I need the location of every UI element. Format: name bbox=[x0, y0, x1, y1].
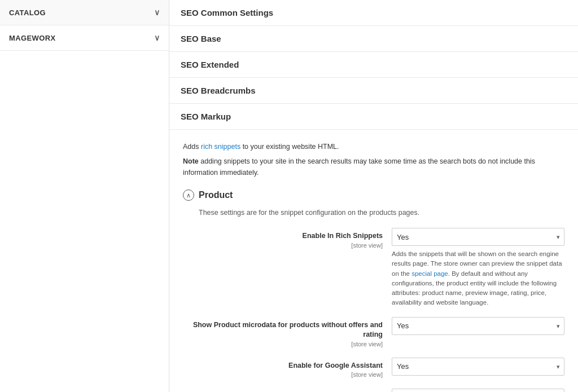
field-show-product-microdata: Show Product microdata for products with… bbox=[183, 317, 564, 349]
field-enable-rich-snippets-control: Yes No ▾ Adds the snippets that will be … bbox=[392, 228, 564, 308]
markup-intro: Adds rich snippets to your existing webs… bbox=[183, 141, 564, 152]
chevron-down-icon: ∨ bbox=[154, 33, 160, 42]
enable-google-assistant-select[interactable]: Yes No bbox=[392, 358, 564, 376]
markup-note: Note adding snippets to your site in the… bbox=[183, 156, 564, 178]
section-seo-common[interactable]: SEO Common Settings bbox=[169, 0, 578, 26]
show-product-microdata-select[interactable]: Yes No bbox=[392, 317, 564, 335]
section-seo-extended[interactable]: SEO Extended bbox=[169, 52, 578, 78]
field-enable-google-assistant: Enable for Google Assistant [store view]… bbox=[183, 358, 564, 380]
collapse-icon[interactable]: ∧ bbox=[183, 190, 194, 201]
section-seo-markup-label: SEO Markup bbox=[181, 112, 231, 121]
field-enable-rich-snippets-label: Enable In Rich Snippets [store view] bbox=[183, 228, 392, 250]
enable-rich-snippets-select-wrapper: Yes No ▾ bbox=[392, 228, 564, 246]
main-content: SEO Common Settings SEO Base SEO Extende… bbox=[169, 0, 578, 392]
sidebar-item-mageworx[interactable]: MAGEWORX ∨ bbox=[0, 25, 169, 51]
enable-rich-snippets-select[interactable]: Yes No bbox=[392, 228, 564, 246]
field-css-selectors-control: You can specify a few values separated b… bbox=[392, 389, 564, 392]
enable-rich-snippets-note: Adds the snippets that will be shown on … bbox=[392, 249, 564, 308]
sidebar: CATALOG ∨ MAGEWORX ∨ bbox=[0, 0, 169, 392]
field-enable-google-assistant-label: Enable for Google Assistant [store view] bbox=[183, 358, 392, 380]
sidebar-item-mageworx-label: MAGEWORX bbox=[9, 34, 56, 42]
show-product-microdata-select-wrapper: Yes No ▾ bbox=[392, 317, 564, 335]
field-show-product-microdata-control: Yes No ▾ bbox=[392, 317, 564, 335]
sidebar-item-catalog[interactable]: CATALOG ∨ bbox=[0, 0, 169, 25]
sidebar-item-catalog-label: CATALOG bbox=[9, 8, 46, 17]
product-section-title: Product bbox=[199, 190, 233, 200]
section-seo-extended-label: SEO Extended bbox=[181, 60, 239, 69]
special-page-link[interactable]: special page bbox=[411, 270, 448, 277]
field-css-selectors-label: CSS Selectors [store view] bbox=[183, 389, 392, 392]
section-seo-base-label: SEO Base bbox=[181, 34, 221, 43]
product-section-description: These settings are for the snippet confi… bbox=[199, 209, 564, 217]
section-seo-markup[interactable]: SEO Markup bbox=[169, 104, 578, 130]
section-seo-common-label: SEO Common Settings bbox=[181, 8, 273, 17]
section-seo-base[interactable]: SEO Base bbox=[169, 26, 578, 52]
chevron-down-icon: ∨ bbox=[154, 8, 160, 17]
enable-google-assistant-select-wrapper: Yes No ▾ bbox=[392, 358, 564, 376]
rich-snippets-link[interactable]: rich snippets bbox=[201, 143, 240, 151]
section-seo-breadcrumbs[interactable]: SEO Breadcrumbs bbox=[169, 78, 578, 104]
field-enable-google-assistant-control: Yes No ▾ bbox=[392, 358, 564, 376]
seo-markup-content: Adds rich snippets to your existing webs… bbox=[169, 130, 578, 392]
field-show-product-microdata-label: Show Product microdata for products with… bbox=[183, 317, 392, 349]
section-seo-breadcrumbs-label: SEO Breadcrumbs bbox=[181, 86, 256, 95]
field-enable-rich-snippets: Enable In Rich Snippets [store view] Yes… bbox=[183, 228, 564, 308]
css-selectors-input[interactable] bbox=[392, 389, 564, 392]
product-section-header: ∧ Product bbox=[183, 190, 564, 201]
field-css-selectors: CSS Selectors [store view] You can speci… bbox=[183, 389, 564, 392]
